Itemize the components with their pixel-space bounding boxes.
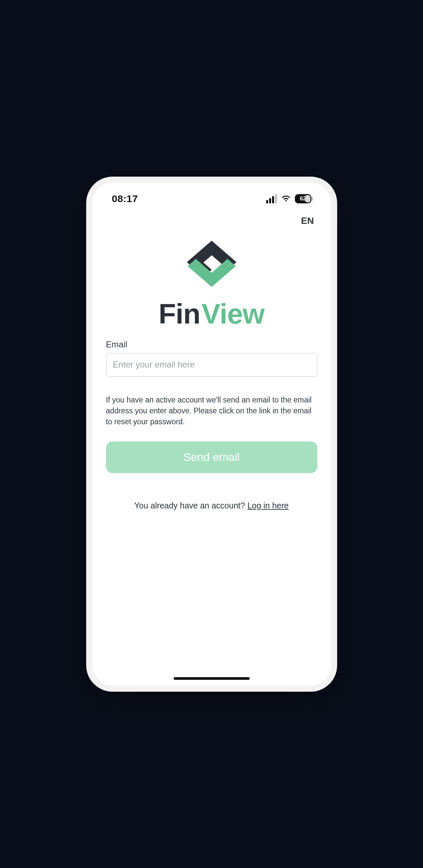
cellular-signal-icon [266,194,277,204]
login-alt-prompt: You already have an account? [134,501,247,510]
status-bar: 08:17 62 [106,192,317,205]
home-indicator[interactable] [174,677,250,680]
language-selector[interactable]: EN [301,216,314,226]
brand-name: FinView [158,298,264,330]
phone-frame: 08:17 62 [86,177,337,692]
language-row: EN [106,216,317,226]
brand-name-part1: Fin [158,298,200,330]
battery-icon: 62 [295,194,311,204]
brand-name-part2: View [202,298,264,330]
brand-block: FinView [106,238,317,330]
brand-logo-icon [180,238,243,290]
login-link[interactable]: Log in here [247,501,289,510]
screen: 08:17 62 [92,183,331,686]
send-email-button[interactable]: Send email [106,441,317,473]
info-text: If you have an active account we'll send… [106,395,317,428]
login-alt-row: You already have an account? Log in here [106,501,317,510]
status-right: 62 [266,194,311,204]
wifi-icon [281,195,291,203]
email-label: Email [106,339,317,350]
email-field[interactable] [106,353,317,377]
status-time: 08:17 [112,193,138,205]
reset-form: Email If you have an active account we'l… [106,339,317,510]
